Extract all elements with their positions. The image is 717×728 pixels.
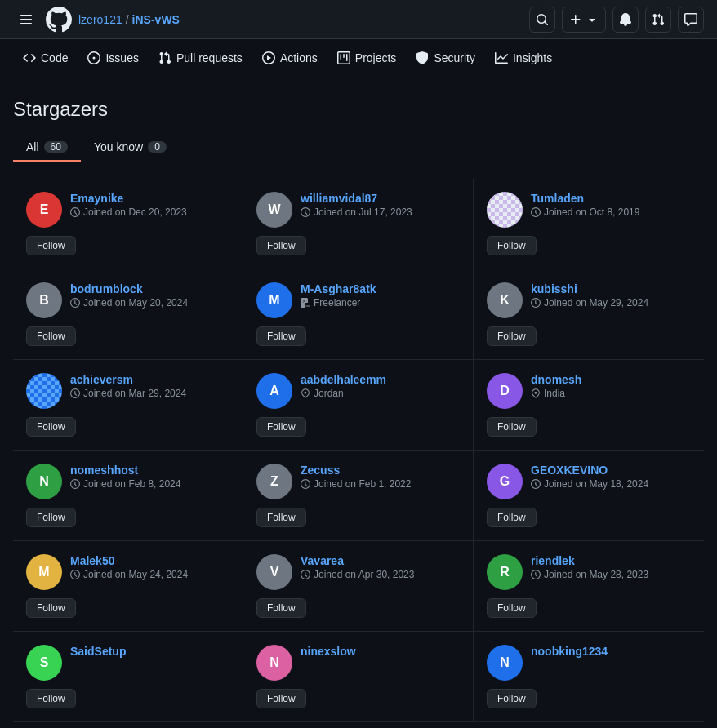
- follow-button[interactable]: Follow: [487, 326, 537, 346]
- stargazer-top: V Vavarea Joined on Apr 30, 2023: [256, 554, 460, 590]
- follow-button[interactable]: Follow: [256, 689, 306, 708]
- filter-tabs: All 60 You know 0: [13, 134, 704, 162]
- stargazer-name[interactable]: bodrumblock: [70, 282, 229, 295]
- stargazer-meta: Joined on Jul 17, 2023: [301, 206, 460, 218]
- notifications-button[interactable]: [612, 7, 639, 33]
- tab-youknow-label: You know: [94, 140, 143, 153]
- stargazer-name[interactable]: noobking1234: [531, 645, 691, 658]
- follow-button[interactable]: Follow: [26, 508, 76, 527]
- tab-all[interactable]: All 60: [13, 134, 81, 162]
- stargazer-name[interactable]: aabdelhaleemm: [301, 373, 460, 386]
- create-button[interactable]: [562, 7, 606, 33]
- issues-icon: [87, 51, 100, 64]
- stargazer-top: K kubisshi Joined on May 29, 2024: [487, 282, 691, 318]
- nav-code[interactable]: Code: [13, 39, 78, 78]
- follow-button[interactable]: Follow: [487, 689, 537, 708]
- stargazer-card: Tumladen Joined on Oct 8, 2019 Follow: [474, 179, 704, 269]
- stargazer-info: nomeshhost Joined on Feb 8, 2024: [70, 464, 229, 490]
- avatar: N: [256, 645, 292, 681]
- follow-button[interactable]: Follow: [487, 417, 537, 437]
- avatar: S: [26, 645, 62, 681]
- stargazer-info: GEOXKEVINO Joined on May 18, 2024: [531, 464, 691, 490]
- insights-icon: [495, 51, 508, 64]
- stargazer-name[interactable]: Vavarea: [301, 554, 460, 567]
- stargazer-name[interactable]: ninexslow: [301, 645, 460, 658]
- stargazer-name[interactable]: Tumladen: [531, 192, 691, 205]
- stargazer-card: Z Zecuss Joined on Feb 1, 2022 Follow: [243, 451, 474, 541]
- follow-button[interactable]: Follow: [26, 417, 76, 437]
- stargazer-card: A aabdelhaleemm Jordan Follow: [243, 360, 474, 451]
- avatar: R: [487, 554, 523, 590]
- follow-button[interactable]: Follow: [256, 598, 306, 618]
- stargazer-card: achieversm Joined on Mar 29, 2024 Follow: [13, 360, 243, 451]
- stargazer-name[interactable]: williamvidal87: [301, 192, 460, 205]
- nav-prs[interactable]: Pull requests: [149, 39, 252, 78]
- follow-button[interactable]: Follow: [26, 326, 76, 346]
- follow-button[interactable]: Follow: [256, 417, 306, 437]
- stargazer-info: Malek50 Joined on May 24, 2024: [70, 554, 229, 580]
- main-content: Stargazers All 60 You know 0 E Emaynike …: [0, 78, 717, 728]
- follow-button[interactable]: Follow: [256, 326, 306, 346]
- stargazer-top: N ninexslow: [256, 645, 460, 681]
- avatar: D: [487, 373, 523, 409]
- stargazer-meta: Joined on May 18, 2024: [531, 478, 691, 490]
- search-button[interactable]: [529, 7, 555, 33]
- follow-button[interactable]: Follow: [26, 236, 76, 255]
- stargazer-name[interactable]: Malek50: [70, 554, 229, 567]
- stargazer-name[interactable]: achieversm: [70, 373, 229, 386]
- follow-button[interactable]: Follow: [487, 598, 537, 618]
- stargazer-info: aabdelhaleemm Jordan: [301, 373, 460, 399]
- nav-actions-label: Actions: [280, 51, 318, 64]
- pr-button[interactable]: [645, 7, 671, 33]
- stargazer-info: Vavarea Joined on Apr 30, 2023: [301, 554, 460, 580]
- stargazer-meta: Joined on May 28, 2023: [531, 569, 691, 580]
- follow-button[interactable]: Follow: [256, 236, 306, 255]
- nav-projects[interactable]: Projects: [327, 39, 407, 78]
- stargazer-name[interactable]: M-Asghar8atk: [301, 282, 460, 295]
- avatar: A: [256, 373, 292, 409]
- stargazer-name[interactable]: kubisshi: [531, 282, 691, 295]
- inbox-button[interactable]: [678, 7, 704, 33]
- stargazer-card: D dnomesh India Follow: [474, 360, 704, 451]
- nav-insights[interactable]: Insights: [485, 39, 562, 78]
- stargazer-name[interactable]: GEOXKEVINO: [531, 464, 691, 477]
- nav-issues[interactable]: Issues: [78, 39, 148, 78]
- tab-youknow[interactable]: You know 0: [81, 134, 180, 162]
- avatar: V: [256, 554, 292, 590]
- nav-insights-label: Insights: [513, 51, 552, 64]
- stargazer-meta: Joined on Feb 8, 2024: [70, 478, 229, 490]
- stargazer-info: Zecuss Joined on Feb 1, 2022: [301, 464, 460, 490]
- stargazer-name[interactable]: Emaynike: [70, 192, 229, 205]
- stargazer-name[interactable]: Zecuss: [301, 464, 460, 477]
- avatar: N: [487, 645, 523, 681]
- avatar: E: [26, 192, 62, 228]
- github-logo[interactable]: [46, 7, 72, 33]
- projects-icon: [337, 51, 350, 64]
- hamburger-menu[interactable]: [13, 7, 39, 33]
- avatar: [26, 373, 62, 409]
- stargazer-info: ninexslow: [301, 645, 460, 658]
- nav-security[interactable]: Security: [406, 39, 485, 78]
- stargazer-name[interactable]: dnomesh: [531, 373, 691, 386]
- stargazer-top: Tumladen Joined on Oct 8, 2019: [487, 192, 691, 228]
- stargazer-top: Z Zecuss Joined on Feb 1, 2022: [256, 464, 460, 499]
- repo-name[interactable]: iNS-vWS: [132, 13, 180, 26]
- security-icon: [416, 51, 429, 64]
- stargazer-info: bodrumblock Joined on May 20, 2024: [70, 282, 229, 309]
- tab-all-label: All: [26, 140, 39, 153]
- follow-button[interactable]: Follow: [26, 598, 76, 618]
- nav-actions[interactable]: Actions: [252, 39, 327, 78]
- repo-owner[interactable]: lzero121: [78, 13, 122, 26]
- follow-button[interactable]: Follow: [487, 508, 537, 527]
- stargazer-meta: Freelancer: [301, 297, 460, 309]
- follow-button[interactable]: Follow: [256, 508, 306, 527]
- stargazer-meta: Joined on May 29, 2024: [531, 297, 691, 309]
- follow-button[interactable]: Follow: [26, 689, 76, 708]
- stargazer-name[interactable]: nomeshhost: [70, 464, 229, 477]
- stargazer-name[interactable]: SaidSetup: [70, 645, 229, 658]
- follow-button[interactable]: Follow: [487, 236, 537, 255]
- stargazer-info: achieversm Joined on Mar 29, 2024: [70, 373, 229, 399]
- stargazer-name[interactable]: riendlek: [531, 554, 691, 567]
- avatar: K: [487, 282, 523, 318]
- stargazer-top: achieversm Joined on Mar 29, 2024: [26, 373, 229, 409]
